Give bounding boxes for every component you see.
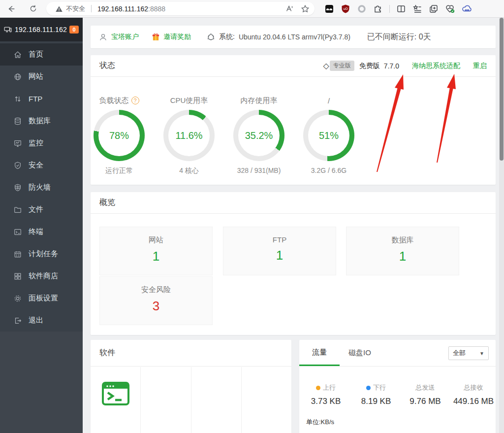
total-received-value: 449.16 MB — [448, 397, 499, 406]
back-button[interactable] — [4, 1, 19, 16]
overview-box-security-risk[interactable]: 安全风险 3 — [99, 276, 213, 325]
collections-icon[interactable] — [412, 4, 422, 14]
read-aloud-icon[interactable] — [285, 4, 294, 13]
invite-reward-link[interactable]: 邀请奖励 — [152, 33, 191, 41]
tab-diskio[interactable]: 磁盘IO — [340, 340, 380, 366]
not-secure-label[interactable]: 不安全 — [66, 4, 85, 13]
gear-icon — [13, 294, 22, 303]
sidebar-item-firewall[interactable]: 防火墙 — [0, 176, 83, 199]
favorite-star-icon[interactable] — [301, 4, 310, 13]
gauge-memory: 内存使用率 35.2% 328 / 931(MB) — [230, 96, 287, 174]
monitor-chart-icon — [13, 139, 22, 148]
sidebar-item-files[interactable]: 文件 — [0, 199, 83, 221]
status-card: 状态 ◇ 专业版 免费版 7.7.0 海纳思系统适配 重启 负载状态? 78% … — [91, 55, 496, 185]
gauge-load-ring: 78% — [94, 110, 145, 161]
server-ip-label: 192.168.111.162 — [15, 26, 67, 33]
toolbar-divider — [389, 5, 390, 13]
sidebar-item-terminal[interactable]: 终端 — [0, 221, 83, 243]
sidebar-item-cron[interactable]: 计划任务 — [0, 243, 83, 265]
traffic-header: 流量 磁盘IO 全部 ▼ — [299, 340, 496, 366]
database-icon — [13, 117, 22, 126]
sidebar-item-ftp[interactable]: FTP — [0, 88, 83, 110]
diamond-icon: ◇ — [323, 61, 329, 70]
sidebar-item-security[interactable]: 安全 — [0, 154, 83, 176]
overview-box-ftp[interactable]: FTP 1 — [223, 227, 336, 275]
browser-essentials-icon[interactable] — [445, 4, 455, 14]
tab-traffic[interactable]: 流量 — [299, 340, 340, 366]
system-value: Ubuntu 20.04.6 LTS armv7l(Py3.7.8) — [239, 33, 350, 41]
traffic-unit-label: 单位:KB/s — [306, 418, 334, 427]
puzzle-extension-icon[interactable] — [373, 4, 383, 14]
sidebar-server-header[interactable]: 192.168.111.162 0 — [0, 18, 83, 41]
help-icon[interactable]: ? — [131, 97, 139, 104]
software-grid: 宝塔SSH终端 1.0 ▶ — [91, 367, 291, 433]
user-icon — [98, 33, 108, 42]
uptime-label: 已不间断运行: 0天 — [367, 32, 431, 42]
cloud-sync-icon[interactable] — [462, 4, 472, 14]
folder-icon — [13, 205, 22, 214]
svg-text:uO: uO — [343, 6, 347, 10]
gauge-cpu-value: 11.6% — [175, 130, 202, 141]
server-monitor-icon — [4, 25, 12, 34]
hinas-adapt-link[interactable]: 海纳思系统适配 — [412, 62, 460, 70]
home-icon — [13, 50, 22, 59]
software-cell-ssh-terminal[interactable]: 宝塔SSH终端 1.0 ▶ — [91, 367, 141, 433]
stat-total-sent: 总发送 9.76 MB — [400, 383, 451, 406]
software-card: 软件 宝塔SSH终端 1.0 ▶ — [91, 340, 291, 433]
traffic-filter-value: 全部 — [453, 349, 466, 358]
gauge-cpu-sub: 4 核心 — [160, 167, 218, 175]
sidebar-item-appstore[interactable]: 软件商店 — [0, 265, 83, 287]
ublock-extension-icon[interactable]: uO — [341, 4, 350, 14]
app-root: 不安全 192.168.111.162:8888 uO 192.168.111.… — [0, 0, 504, 433]
url-text[interactable]: 192.168.111.162:8888 — [97, 5, 165, 13]
sidebar-item-database[interactable]: 数据库 — [0, 110, 83, 132]
restart-link[interactable]: 重启 — [473, 62, 487, 70]
grid-icon — [13, 272, 22, 281]
gauge-disk: / 51% 3.2G / 6.6G — [300, 96, 357, 174]
browser-toolbar: 不安全 192.168.111.162:8888 uO — [0, 0, 504, 18]
overview-box-database[interactable]: 数据库 1 — [346, 227, 459, 275]
traffic-filter-select[interactable]: 全部 ▼ — [448, 346, 489, 360]
topbar-card: 宝塔账户 邀请奖励 系统: Ubuntu 20.04.6 LTS armv7l(… — [91, 26, 496, 48]
sidebar-item-logout[interactable]: 退出 — [0, 309, 83, 332]
message-count-badge[interactable]: 0 — [69, 26, 79, 33]
globe-icon — [13, 72, 22, 81]
software-cell-empty — [242, 367, 291, 433]
gauge-memory-ring: 35.2% — [233, 110, 284, 161]
dark-reader-extension-icon[interactable] — [324, 4, 334, 14]
edition-label: 免费版 — [359, 62, 380, 70]
downstream-value: 8.19 KB — [350, 397, 402, 406]
sidebar-item-home[interactable]: 首页 — [0, 43, 83, 66]
system-info: 系统: Ubuntu 20.04.6 LTS armv7l(Py3.7.8) — [207, 33, 350, 41]
refresh-button[interactable] — [26, 1, 40, 16]
status-header: 状态 ◇ 专业版 免费版 7.7.0 海纳思系统适配 重启 — [91, 55, 496, 77]
extensions-area: uO — [324, 4, 472, 14]
ubuntu-logo-icon — [207, 33, 215, 41]
page-scrollbar[interactable] — [499, 18, 504, 433]
sidebar: 192.168.111.162 0 首页 网站 FTP 数据库 监控 — [0, 18, 83, 433]
sidebar-item-website[interactable]: 网站 — [0, 66, 83, 88]
loading-ring-extension-icon[interactable] — [357, 4, 367, 14]
not-secure-warning-icon — [55, 5, 63, 13]
stat-downstream: 下行 8.19 KB — [350, 383, 402, 406]
ssh-terminal-app-icon — [102, 380, 129, 407]
bt-account-link[interactable]: 宝塔账户 — [98, 33, 139, 42]
sidebar-item-monitor[interactable]: 监控 — [0, 132, 83, 154]
logout-icon — [13, 316, 22, 325]
main-content: 宝塔账户 邀请奖励 系统: Ubuntu 20.04.6 LTS armv7l(… — [83, 18, 504, 433]
overview-box-website[interactable]: 网站 1 — [99, 227, 213, 275]
sidebar-item-settings[interactable]: 面板设置 — [0, 287, 83, 309]
scrollbar-thumb[interactable] — [500, 18, 504, 161]
system-label: 系统: — [219, 33, 235, 41]
gauge-cpu-title: CPU使用率 — [170, 96, 208, 105]
add-tab-copy-icon[interactable] — [429, 4, 439, 14]
split-screen-icon[interactable] — [396, 4, 406, 14]
security-risk-count: 3 — [100, 299, 212, 314]
address-bar[interactable]: 不安全 192.168.111.162:8888 — [46, 2, 315, 15]
pro-version-badge[interactable]: 专业版 — [330, 61, 354, 71]
pill-divider — [91, 5, 92, 12]
status-title: 状态 — [99, 61, 115, 71]
gauge-memory-value: 35.2% — [245, 130, 273, 141]
gauge-load-value: 78% — [109, 130, 129, 141]
upstream-value: 3.73 KB — [300, 397, 351, 406]
